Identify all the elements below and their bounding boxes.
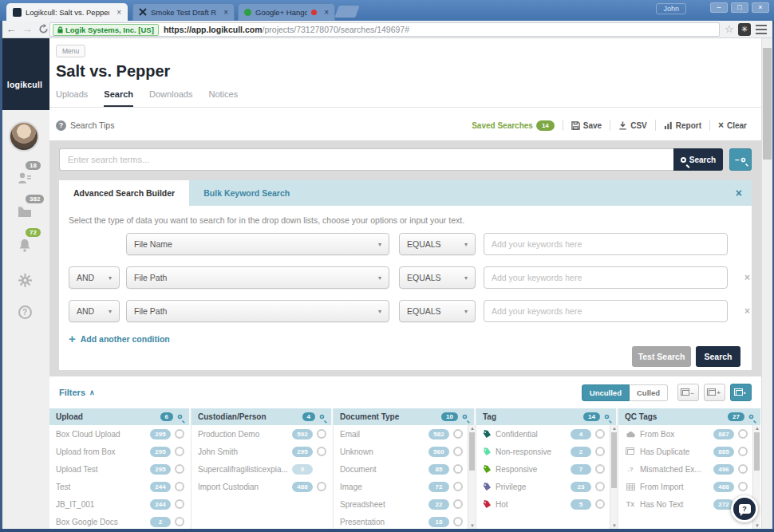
run-search-button[interactable]: Search [696,346,740,367]
radio-button[interactable] [175,499,184,509]
filter-item[interactable]: JB_IT_001244 [49,495,191,513]
filter-item[interactable]: Box Google Docs2 [49,513,191,529]
filter-item[interactable]: From Box887 [618,425,760,443]
radio-button[interactable] [175,482,184,491]
remove-condition-icon[interactable]: × [744,272,750,283]
filter-item[interactable]: Unknown560 [334,443,476,460]
report-button[interactable]: Report [656,121,709,130]
radio-button[interactable] [453,482,463,491]
duplicates-hide-button[interactable]: – [677,384,699,401]
extension-icon[interactable]: ✳ [738,23,751,36]
keywords-input[interactable] [484,300,728,322]
back-button[interactable]: ← [3,22,19,37]
field-dropdown[interactable]: File Path ▾ [126,300,389,322]
filter-item[interactable]: Spreadsheet22 [334,495,476,513]
browser-menu-icon[interactable] [756,25,767,34]
minimize-button[interactable]: – [710,2,728,13]
tab-notices[interactable]: Notices [208,89,238,108]
duplicates-all-button[interactable]: ▪ [730,384,752,401]
operator-dropdown[interactable]: EQUALS ▾ [399,266,476,289]
menu-button[interactable]: Menu [56,45,85,57]
radio-button[interactable] [595,447,605,456]
filters-toggle[interactable]: Filters ∧ [59,388,95,397]
tab-downloads[interactable]: Downloads [149,89,192,108]
search-icon[interactable] [463,415,468,420]
radio-button[interactable] [317,482,326,491]
help-chat-button[interactable]: ? [731,495,758,522]
clear-button[interactable]: × Clear [710,120,755,131]
sidebar-item-settings[interactable] [0,266,49,294]
radio-button[interactable] [738,447,748,456]
browser-tab-hangouts[interactable]: Google+ Hangouts × [238,3,335,21]
sidebar-item-notifications[interactable]: 72 [0,231,49,258]
window-scrollbar[interactable] [761,38,772,529]
search-button[interactable]: Search [673,148,723,171]
forward-button[interactable]: → [19,22,35,37]
browser-tab-logikcull[interactable]: Logikcull: Salt vs. Pepper × [6,3,128,21]
column-scrollbar[interactable]: ▲▼ [468,425,476,529]
search-icon[interactable] [320,415,325,420]
sidebar-item-help[interactable]: ? [0,298,49,325]
csv-export-button[interactable]: CSV [610,121,655,130]
duplicates-show-button[interactable]: + [704,384,725,401]
close-window-button[interactable]: × [752,2,769,13]
radio-button[interactable] [453,499,463,509]
filter-item[interactable]: .? Mismatched Ex...496 [618,460,760,478]
filter-item[interactable]: Image72 [334,478,476,495]
refresh-button[interactable] [38,24,49,34]
filter-item[interactable]: Email582 [334,425,476,443]
filter-item[interactable]: Document85 [334,460,476,478]
user-avatar[interactable] [9,121,39,152]
radio-button[interactable] [453,429,463,439]
radio-button[interactable] [453,447,463,456]
radio-button[interactable] [175,517,184,526]
filter-item[interactable]: Non-responsive2 [476,443,618,460]
filter-item[interactable]: From Import488 [618,478,760,495]
radio-button[interactable] [595,482,605,491]
radio-button[interactable] [317,429,326,439]
maximize-button[interactable]: □ [731,2,748,13]
search-tips-link[interactable]: Search Tips [70,120,114,130]
field-dropdown[interactable]: File Path ▾ [126,266,389,289]
radio-button[interactable] [595,499,605,509]
radio-button[interactable] [175,464,184,474]
filter-item[interactable]: Supercalifragilisticexpia...0 [192,460,333,478]
filter-item[interactable]: Confidential4 [476,425,618,443]
sidebar-item-people[interactable]: 18 [0,164,49,191]
filter-item[interactable]: Hot5 [476,495,618,513]
filter-item[interactable]: Has Duplicate885 [618,443,760,460]
boolean-dropdown[interactable]: AND ▾ [69,266,120,289]
filter-item[interactable]: Presentation18 [334,513,476,529]
security-badge[interactable]: Logik Systems, Inc. [US] [53,24,159,36]
tab-uploads[interactable]: Uploads [56,89,88,108]
keywords-input[interactable] [484,233,728,255]
tab-advanced-search-builder[interactable]: Advanced Search Builder [59,180,189,206]
radio-button[interactable] [175,447,184,456]
browser-tab-smoke-test[interactable]: Smoke Test Draft Require × [132,3,235,21]
sidebar-item-uploads[interactable]: 382 [0,198,49,225]
filter-item[interactable]: Box Cloud Upload295 [49,425,191,443]
radio-button[interactable] [738,464,748,474]
browser-user-button[interactable]: John [656,3,686,14]
saved-searches-link[interactable]: Saved Searches 14 [464,120,563,131]
boolean-dropdown[interactable]: AND ▾ [69,300,120,322]
field-dropdown[interactable]: File Name ▾ [126,233,389,255]
logo-block[interactable]: logikcull [0,38,49,110]
radio-button[interactable] [317,447,326,456]
remove-condition-icon[interactable]: × [744,305,750,317]
address-bar[interactable]: Logik Systems, Inc. [US] https://app.log… [49,22,720,37]
operator-dropdown[interactable]: EQUALS ▾ [399,300,476,322]
scrollbar-thumb[interactable] [763,48,772,160]
tab-search[interactable]: Search [104,89,133,108]
filter-item[interactable]: John Smith295 [192,443,333,460]
radio-button[interactable] [453,464,463,474]
new-tab-button[interactable] [334,6,359,18]
filter-item[interactable]: Production Demo592 [192,425,333,443]
filter-item[interactable]: Upload from Box295 [49,443,191,460]
operator-dropdown[interactable]: EQUALS ▾ [399,233,476,255]
unculled-toggle-button[interactable]: Unculled [582,384,630,401]
test-search-button[interactable]: Test Search [632,346,691,367]
filter-item[interactable]: Privilege23 [476,478,618,495]
radio-button[interactable] [738,429,748,439]
filter-item[interactable]: Upload Test295 [49,460,191,478]
